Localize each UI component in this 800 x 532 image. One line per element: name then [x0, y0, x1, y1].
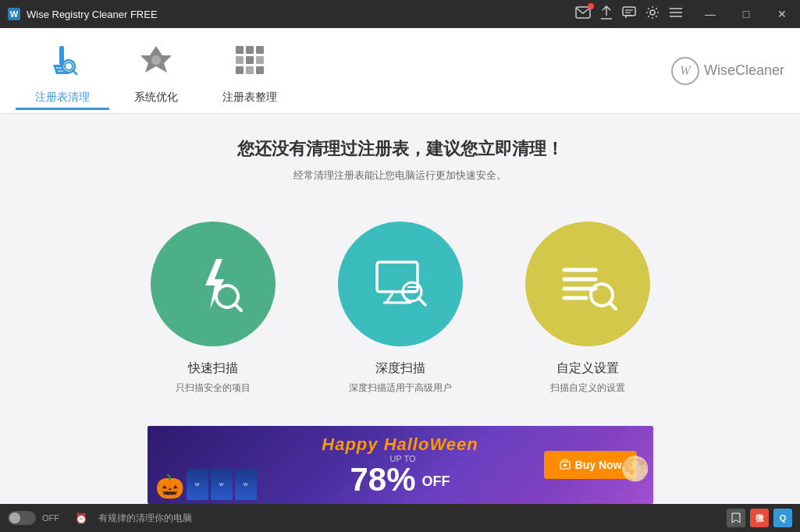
- buy-now-label: Buy Now: [575, 459, 622, 471]
- clock-icon: ⏰: [75, 512, 87, 524]
- banner-decoration-left: 🎃 W W W: [148, 426, 272, 504]
- svg-rect-27: [246, 66, 254, 74]
- app-icon: W: [6, 6, 22, 22]
- brand-logo: W WiseCleaner: [671, 57, 784, 85]
- deep-scan-circle: [338, 222, 463, 346]
- svg-rect-4: [623, 7, 635, 16]
- promotional-banner[interactable]: 🎃 W W W Happy HalloWeen UP TO 78% OFF: [148, 426, 653, 504]
- banner-content: Happy HalloWeen UP TO 78% OFF: [272, 434, 528, 496]
- tab-system-optimize[interactable]: 系统优化: [109, 32, 203, 110]
- custom-scan-title: 自定义设置: [556, 360, 619, 377]
- pumpkin-icon: 🎃: [155, 473, 184, 500]
- svg-rect-20: [236, 46, 244, 54]
- svg-marker-29: [205, 259, 224, 309]
- product-box-3: W: [235, 469, 257, 500]
- main-heading: 您还没有清理过注册表，建议您立即清理！: [237, 137, 564, 161]
- svg-rect-25: [256, 56, 264, 64]
- moon-decoration: 🌕: [620, 455, 649, 482]
- minimize-button[interactable]: —: [692, 0, 728, 28]
- status-text: 有规律的清理你的电脑: [98, 512, 192, 525]
- svg-rect-2: [576, 7, 590, 18]
- toolbar: 注册表清理 系统优化 注册表整理: [0, 28, 800, 114]
- qq-icon-button[interactable]: Q: [773, 509, 792, 527]
- svg-line-17: [73, 70, 76, 74]
- system-optimize-icon: [139, 43, 173, 84]
- svg-text:W: W: [10, 9, 19, 19]
- custom-scan-card[interactable]: 自定义设置 扫描自定义的设置: [525, 222, 650, 395]
- svg-line-37: [418, 298, 425, 305]
- svg-rect-24: [246, 56, 254, 64]
- toggle-off-label: OFF: [42, 513, 59, 523]
- main-subtext: 经常清理注册表能让您电脑运行更加快速安全。: [293, 168, 507, 183]
- scan-options: 快速扫描 只扫描安全的项目 深度扫描 深度扫描适用于高级用户: [151, 222, 650, 395]
- svg-rect-26: [236, 66, 244, 74]
- custom-scan-desc: 扫描自定义的设置: [550, 381, 625, 395]
- bookmark-icon-button[interactable]: [727, 509, 745, 527]
- titlebar: W Wise Registry Cleaner FREE: [0, 0, 800, 28]
- svg-line-33: [386, 293, 393, 303]
- statusbar-icons-right: 微 Q: [727, 509, 792, 527]
- close-button[interactable]: ✕: [764, 0, 800, 28]
- custom-scan-circle: [525, 222, 650, 346]
- product-box-1: W: [187, 469, 208, 500]
- svg-rect-23: [236, 56, 244, 64]
- fast-scan-circle: [151, 222, 276, 346]
- maximize-button[interactable]: □: [728, 0, 764, 28]
- svg-rect-21: [246, 46, 254, 54]
- deep-scan-desc: 深度扫描适用于高级用户: [349, 381, 452, 395]
- tab-registry-defrag[interactable]: 注册表整理: [203, 32, 297, 110]
- sina-icon-button[interactable]: 微: [750, 509, 769, 527]
- titlebar-icon-group: [575, 0, 691, 28]
- tab-system-optimize-label: 系统优化: [134, 90, 178, 105]
- product-box-2: W: [211, 469, 233, 500]
- app-title: Wise Registry Cleaner FREE: [27, 9, 158, 20]
- feedback-icon[interactable]: [622, 6, 636, 22]
- tab-registry-clean[interactable]: 注册表清理: [16, 32, 109, 110]
- toggle-knob: [9, 512, 20, 523]
- registry-clean-icon: [45, 43, 80, 84]
- svg-line-45: [610, 303, 616, 309]
- upload-icon[interactable]: [600, 5, 613, 23]
- svg-point-19: [151, 55, 161, 65]
- mail-icon[interactable]: [575, 6, 591, 22]
- settings-icon[interactable]: [645, 5, 660, 23]
- deep-scan-card[interactable]: 深度扫描 深度扫描适用于高级用户: [338, 222, 463, 395]
- svg-line-31: [235, 304, 241, 310]
- statusbar: OFF ⏰ 有规律的清理你的电脑 微 Q: [0, 504, 800, 532]
- mail-badge: [588, 3, 594, 9]
- auto-clean-toggle[interactable]: OFF: [8, 511, 59, 525]
- brand-circle: W: [671, 57, 699, 85]
- banner-action: Buy Now 🌕: [528, 451, 653, 479]
- svg-rect-22: [256, 46, 264, 54]
- off-text: OFF: [422, 473, 450, 490]
- tab-registry-defrag-label: 注册表整理: [222, 90, 277, 105]
- deep-scan-title: 深度扫描: [375, 360, 425, 377]
- product-boxes: W W W: [187, 469, 257, 500]
- toggle-switch[interactable]: [8, 511, 36, 525]
- fast-scan-title: 快速扫描: [188, 360, 238, 377]
- menu-icon[interactable]: [669, 7, 683, 21]
- window-controls: — □ ✕: [692, 0, 800, 28]
- svg-point-7: [650, 10, 655, 15]
- fast-scan-card[interactable]: 快速扫描 只扫描安全的项目: [151, 222, 276, 395]
- discount-group: UP TO 78% OFF: [350, 455, 450, 496]
- fast-scan-desc: 只扫描安全的项目: [176, 381, 251, 395]
- registry-defrag-icon: [233, 43, 267, 84]
- svg-rect-28: [256, 66, 264, 74]
- brand-name: WiseCleaner: [704, 62, 784, 79]
- discount-text: 78%: [350, 463, 415, 496]
- svg-rect-47: [564, 464, 567, 466]
- tab-registry-clean-label: 注册表清理: [35, 90, 90, 105]
- halloween-text: Happy HalloWeen: [322, 434, 478, 455]
